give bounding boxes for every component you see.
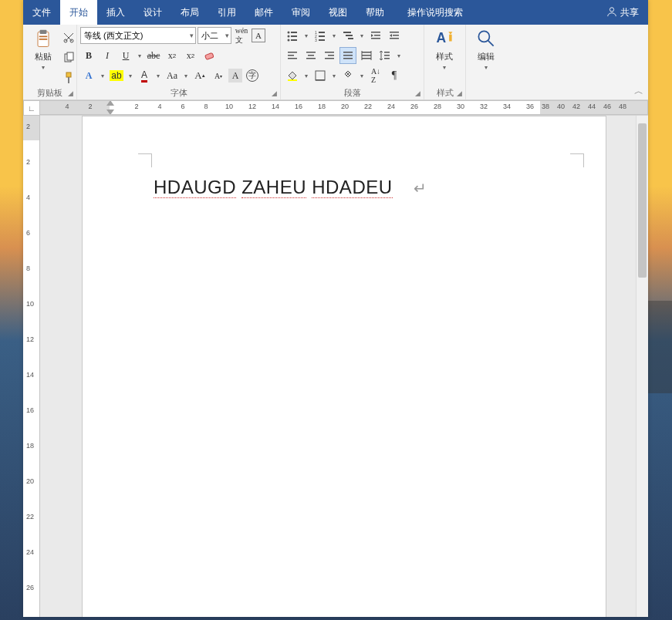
vertical-scrollbar[interactable] [636,116,648,617]
line-spacing-button[interactable] [377,47,393,64]
styles-label: 样式 [436,51,453,62]
tab-view[interactable]: 视图 [319,0,356,25]
align-justify-button[interactable] [339,47,356,64]
align-right-button[interactable] [321,47,338,64]
share-button[interactable]: 共享 [606,6,648,19]
ruler-v-num: 18 [26,442,34,450]
ruler-row: ∟ 42246810121416182022242628303234363840… [23,100,648,116]
editing-button[interactable]: 编辑 ▾ [469,26,503,72]
word-2[interactable]: ZAHEU [241,177,306,198]
ruler-h-num: 38 [542,103,549,110]
decrease-indent-button[interactable] [367,27,384,44]
ruler-h-num: 30 [457,103,464,110]
ruler-left-margin [40,101,110,114]
multilevel-button[interactable] [339,27,356,44]
paragraph-mark-icon: ↵ [414,180,427,197]
eraser-icon [203,49,215,62]
svg-rect-37 [288,58,297,59]
first-line-indent-marker[interactable] [106,100,114,106]
document-text[interactable]: HDAUGD ZAHEU HDADEU ↵ [154,177,427,198]
svg-rect-54 [316,71,325,80]
vertical-ruler[interactable]: 22468101214161820222426 [23,116,40,617]
font-name-combo[interactable]: 等线 (西文正文)▾ [80,27,196,44]
text-effects-button[interactable]: A [80,67,97,84]
align-right-icon [323,49,336,62]
char-border-button[interactable]: A [252,29,265,42]
person-icon [606,6,617,19]
shading-button[interactable] [284,67,301,84]
group-styles: A 样式 ▾ 样式 ◢ [424,25,466,99]
tab-references[interactable]: 引用 [208,0,245,25]
superscript-button[interactable]: x2 [182,47,199,64]
collapse-ribbon-button[interactable]: ︿ [634,85,643,98]
format-painter-button[interactable] [60,69,77,86]
italic-button[interactable]: I [99,47,116,64]
tab-home[interactable]: 开始 [60,0,97,25]
svg-rect-52 [384,58,390,59]
svg-point-14 [288,32,290,34]
bold-button[interactable]: B [80,47,97,64]
page-scroll[interactable]: HDAUGD ZAHEU HDADEU ↵ [40,116,648,617]
tab-selector[interactable]: ∟ [23,100,40,116]
group-font-label: 字体 [77,86,280,99]
chevron-down-icon: ▾ [99,72,106,79]
word-3[interactable]: HDADEU [312,177,392,198]
subscript-button[interactable]: x2 [164,47,181,64]
distribute-button[interactable] [358,47,375,64]
paste-button[interactable]: 粘贴 ▾ [26,26,60,72]
shrink-font-button[interactable]: A▾ [210,67,227,84]
numbering-button[interactable]: 123 [312,27,329,44]
align-justify-icon [342,49,354,62]
cut-button[interactable] [60,29,77,46]
tab-review[interactable]: 审阅 [282,0,319,25]
find-icon [475,28,497,49]
styles-button[interactable]: A 样式 ▾ [427,26,461,72]
grow-font-button[interactable]: A▴ [191,67,208,84]
scrollbar-thumb[interactable] [638,123,647,278]
change-case-button[interactable]: Aa [164,67,181,84]
increase-indent-button[interactable] [386,27,403,44]
paragraph-dialog-launcher[interactable]: ◢ [413,89,422,98]
word-1[interactable]: HDAUGD [154,177,236,198]
show-marks-button[interactable]: ¶ [386,67,403,84]
styles-dialog-launcher[interactable]: ◢ [454,89,464,98]
highlight-button[interactable]: ab [108,67,125,84]
hanging-indent-marker[interactable] [106,110,114,115]
tab-insert[interactable]: 插入 [97,0,134,25]
copy-button[interactable] [60,49,77,66]
chevron-down-icon: ▾ [39,64,47,71]
ruler-v-num: 4 [26,194,30,201]
align-center-button[interactable] [302,47,319,64]
document-page[interactable]: HDAUGD ZAHEU HDADEU ↵ [82,116,606,617]
chevron-down-icon: ▾ [358,72,366,79]
chevron-down-icon: ▾ [441,64,448,71]
font-color-button[interactable]: A [136,67,153,84]
enclose-char-button[interactable]: 字 [244,67,261,84]
borders-button[interactable] [312,67,329,84]
tab-design[interactable]: 设计 [134,0,171,25]
tab-mail[interactable]: 邮件 [245,0,282,25]
ruler-h-num: 48 [619,103,626,110]
tell-me-search[interactable]: 操作说明搜索 [393,6,472,19]
char-shading-button[interactable]: A [228,69,242,83]
horizontal-ruler[interactable]: 4224681012141618202224262830323436384042… [40,100,648,115]
phonetic-guide-button[interactable]: wén文 [233,27,250,44]
clipboard-dialog-launcher[interactable]: ◢ [66,89,75,98]
underline-button[interactable]: U [117,47,134,64]
strike-button[interactable]: abc [145,47,162,64]
bullets-button[interactable] [284,27,301,44]
font-dialog-launcher[interactable]: ◢ [269,89,279,98]
tab-layout[interactable]: 布局 [171,0,208,25]
ruler-h-num: 10 [225,103,233,110]
tab-file[interactable]: 文件 [23,0,60,25]
svg-rect-4 [40,30,47,34]
sort-button[interactable]: A↓Z [367,67,384,84]
align-left-button[interactable] [284,47,301,64]
tab-help[interactable]: 帮助 [356,0,393,25]
ruler-v-num: 2 [26,123,30,130]
svg-rect-34 [390,38,399,39]
svg-rect-10 [67,52,73,60]
font-size-combo[interactable]: 小二▾ [198,27,231,44]
clear-format-button[interactable] [201,47,218,64]
snap-to-grid-button[interactable] [339,67,356,84]
